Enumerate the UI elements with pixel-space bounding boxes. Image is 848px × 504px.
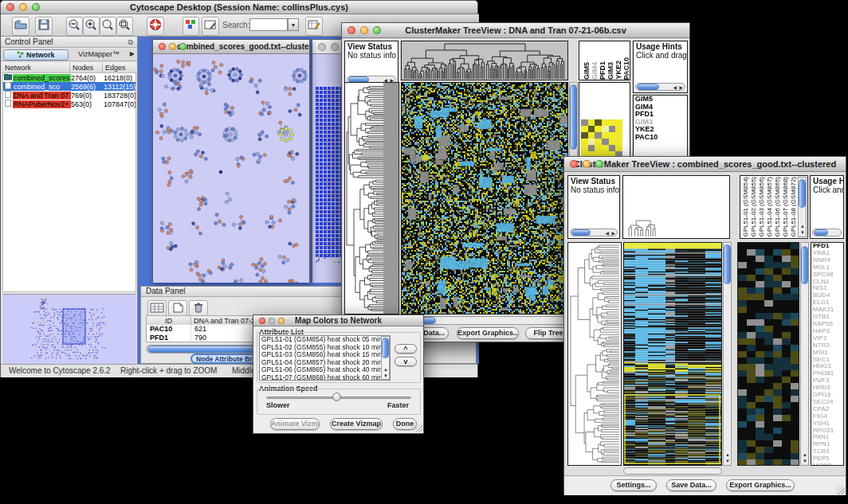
array-dendrogram-canvas[interactable] [623,176,729,238]
tv2-heatmap-vscroll[interactable]: ▲ ▼ [723,242,732,466]
minimize-icon[interactable] [331,43,339,51]
scroll-down-icon[interactable]: ▼ [800,230,805,235]
matrix-cell[interactable] [609,145,616,151]
cluster-matrix[interactable] [581,119,622,158]
scroll-thumb[interactable] [814,229,828,236]
scroll-right-icon[interactable]: ▶ [611,231,615,236]
attribute-item[interactable]: GPL51-07 (GSM868) heat shock 60 min [260,374,390,381]
matrix-cell[interactable] [581,132,588,139]
close-icon[interactable] [159,43,166,50]
network-window1-titlebar[interactable]: combined_scores_good.txt--cluste... [153,40,309,54]
scroll-up-icon[interactable]: ▲ [803,452,807,457]
resize-grip-icon[interactable] [414,424,422,432]
matrix-cell[interactable] [615,145,622,151]
scroll-right-icon[interactable]: ▶ [679,85,683,90]
matrix-cell[interactable] [602,132,609,139]
zoom-window-icon[interactable] [278,318,285,324]
network-canvas-1[interactable] [153,55,309,283]
scroll-left-icon[interactable]: ◀ [673,85,677,90]
network-overview-canvas[interactable] [2,295,136,364]
matrix-cell[interactable] [602,145,609,151]
matrix-cell[interactable] [615,126,622,132]
settings-button[interactable]: Settings... [610,479,657,491]
gene-dendrogram-canvas[interactable] [568,243,621,465]
zoom-selected-icon[interactable] [116,17,133,36]
move-down-button[interactable]: v [395,357,417,366]
save-data-button[interactable]: Save Data... [666,479,716,491]
matrix-cell[interactable] [588,126,595,132]
scroll-thumb[interactable] [571,229,591,236]
tab-vizmapper[interactable]: VizMapper™ [71,49,127,61]
network-row[interactable]: combined_sco2569(6)13112(15) [3,82,135,91]
resize-grip-icon[interactable] [836,486,845,494]
matrix-cell[interactable] [581,145,588,151]
matrix-cell[interactable] [581,126,588,132]
matrix-cell[interactable] [581,139,588,145]
dialog-titlebar[interactable]: Map Colors to Network [253,315,423,326]
matrix-cell[interactable] [602,139,609,145]
scroll-down-icon[interactable]: ▼ [803,459,807,463]
matrix-cell[interactable] [581,119,588,126]
matrix-cell[interactable] [595,119,602,126]
scroll-left-icon[interactable]: ◀ [605,231,609,236]
close-icon[interactable] [318,43,326,51]
close-icon[interactable] [6,3,14,11]
close-icon[interactable] [347,26,355,34]
scroll-thumb[interactable] [382,338,389,358]
matrix-cell[interactable] [615,139,622,145]
table-edit-icon[interactable] [305,17,323,36]
close-icon[interactable] [259,318,265,324]
save-icon[interactable] [35,17,53,36]
float-panel-icon[interactable]: ⧉ [128,37,133,48]
treeview1-titlebar[interactable]: ClusterMaker TreeView : DNA and Tran 07-… [342,23,689,38]
tabs-more-arrow-icon[interactable]: ▶ [130,50,135,57]
matrix-cell[interactable] [602,119,609,126]
zoom-window-icon[interactable] [373,26,381,34]
gene-dendrogram-canvas[interactable] [345,83,398,314]
array-dendrogram-canvas[interactable] [402,41,567,80]
matrix-cell[interactable] [609,139,616,145]
tv2-secondary-vscroll[interactable]: ▲ ▼ [800,242,809,466]
scroll-thumb[interactable] [801,246,808,284]
scroll-up-icon[interactable]: ▲ [383,367,388,372]
matrix-cell[interactable] [609,132,616,139]
col-nodes[interactable]: Nodes [70,63,103,72]
scroll-down-icon[interactable]: ▼ [383,373,388,378]
export-graphics-button[interactable]: Export Graphics... [726,479,795,491]
zoom-window-icon[interactable] [179,43,186,50]
create-vizmap-button[interactable]: Create Vizmap [330,418,383,430]
close-icon[interactable] [570,160,578,168]
tv2-heatmap-hscroll[interactable] [623,467,722,475]
col-edges[interactable]: Edges [103,63,136,72]
gene-label[interactable]: PAC10 [634,134,687,142]
scroll-up-icon[interactable]: ▲ [725,452,730,457]
main-titlebar[interactable]: Cytoscape Desktop (Session Name: collins… [1,1,477,14]
scroll-thumb[interactable] [724,244,731,284]
matrix-cell[interactable] [609,119,616,126]
annotation-icon[interactable] [202,17,219,36]
zoom-in-icon[interactable] [83,17,100,36]
matrix-cell[interactable] [595,139,602,145]
speed-slider-thumb[interactable] [332,393,341,401]
matrix-cell[interactable] [588,145,595,151]
secondary-heatmap-canvas[interactable] [738,243,799,465]
matrix-cell[interactable] [595,132,602,139]
minimize-icon[interactable] [169,43,176,50]
matrix-cell[interactable] [588,119,595,126]
matrix-cell[interactable] [615,132,622,139]
matrix-cell[interactable] [588,139,595,145]
tv1-heatmap-hscroll[interactable] [401,316,568,325]
matrix-cell[interactable] [615,119,622,126]
animate-vizmap-button[interactable]: Animate Vizmap [270,418,320,430]
scrollbar[interactable] [812,229,842,236]
minimize-icon[interactable] [269,318,275,324]
minimize-icon[interactable] [19,3,27,11]
scroll-thumb[interactable] [570,84,577,150]
scrollbar[interactable]: ◀▶ [635,83,685,91]
zoom-window-icon[interactable] [32,3,40,11]
matrix-cell[interactable] [595,145,602,151]
export-graphics-button[interactable]: Export Graphics... [457,327,519,339]
help-lifesaver-icon[interactable] [147,17,164,36]
search-input[interactable] [249,18,288,31]
col-network[interactable]: Network [2,63,70,72]
